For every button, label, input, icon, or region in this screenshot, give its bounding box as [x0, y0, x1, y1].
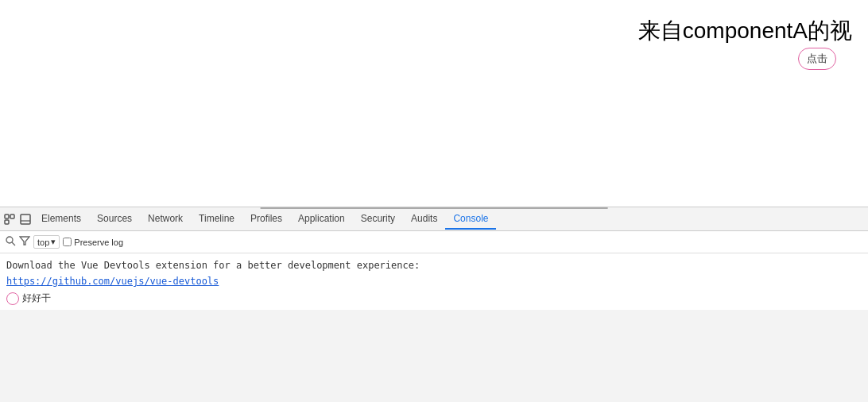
console-content: Download the Vue Devtools extension for …: [0, 253, 868, 310]
tab-audits[interactable]: Audits: [403, 209, 445, 230]
svg-marker-7: [20, 237, 29, 245]
devtools-top-border: [261, 207, 608, 209]
svg-rect-1: [10, 215, 14, 218]
console-context-dropdown[interactable]: top ▾: [33, 235, 60, 249]
console-vue-link[interactable]: https://github.com/vuejs/vue-devtools: [6, 276, 219, 287]
console-filter-icon[interactable]: [5, 235, 16, 249]
tab-sources[interactable]: Sources: [89, 209, 140, 230]
tab-network[interactable]: Network: [140, 209, 191, 230]
console-context-label: top: [37, 238, 49, 247]
console-filter-bar: top ▾ Preserve log: [0, 231, 868, 253]
devtools-panel: Elements Sources Network Timeline Profil…: [0, 207, 868, 402]
devtools-tabs-bar: Elements Sources Network Timeline Profil…: [0, 207, 868, 231]
page-title: 来自componentA的视: [638, 16, 852, 46]
console-vue-message: Download the Vue Devtools extension for …: [6, 258, 862, 273]
svg-point-5: [6, 237, 13, 243]
console-vue-link-line: https://github.com/vuejs/vue-devtools: [6, 274, 862, 288]
console-vue-text: Download the Vue Devtools extension for …: [6, 260, 420, 271]
svg-rect-2: [5, 220, 9, 224]
console-log-text: 好好干: [22, 292, 51, 305]
console-log-entry: 好好干: [6, 292, 862, 305]
svg-rect-3: [21, 215, 30, 224]
tab-console[interactable]: Console: [445, 209, 496, 230]
tab-application[interactable]: Application: [290, 209, 353, 230]
console-funnel-icon[interactable]: [19, 235, 30, 249]
console-context-arrow: ▾: [51, 237, 56, 247]
click-button[interactable]: 点击: [798, 48, 836, 70]
svg-line-6: [12, 242, 15, 245]
click-button-wrapper: 点击: [798, 48, 836, 70]
tab-timeline[interactable]: Timeline: [191, 209, 242, 230]
tab-security[interactable]: Security: [353, 209, 403, 230]
console-log-circle-icon: [6, 292, 19, 305]
tab-elements[interactable]: Elements: [33, 209, 89, 230]
tab-profiles[interactable]: Profiles: [242, 209, 290, 230]
preserve-log-checkbox[interactable]: [63, 238, 72, 246]
devtools-dock-icon[interactable]: [17, 211, 33, 227]
page-content: 来自componentA的视 点击: [0, 0, 868, 207]
svg-rect-0: [5, 215, 9, 218]
preserve-log-label: Preserve log: [74, 238, 123, 247]
preserve-log-checkbox-label[interactable]: Preserve log: [63, 238, 123, 247]
devtools-cursor-icon[interactable]: [2, 211, 17, 227]
